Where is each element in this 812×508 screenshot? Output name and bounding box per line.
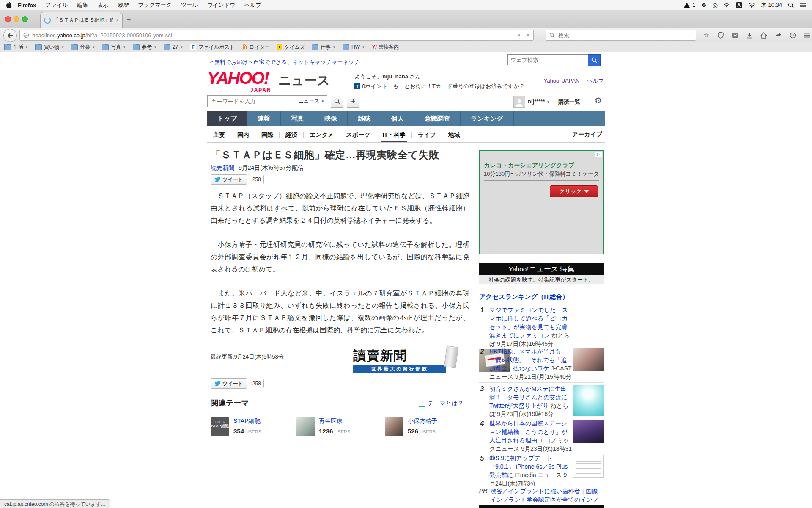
ad-banner[interactable]: ▷ カレコ・カーシェアリングクラブ 10分130円〜ガソリン代・保険料コミ！ケー… — [479, 150, 604, 254]
bookmark-folder[interactable]: 参考▼ — [133, 44, 157, 51]
theme-card-obokata[interactable]: 小保方晴子 526USERS — [385, 417, 465, 437]
tab-active[interactable]: 「ＳＴＡＰはＥＳ細胞」確... × — [40, 12, 123, 28]
bookmark-star-icon[interactable]: ☆ — [702, 31, 710, 39]
menu-hamburger-icon[interactable] — [803, 31, 811, 39]
spotlight-icon[interactable] — [788, 2, 794, 8]
bookmark-folder[interactable]: 買い物▼ — [35, 44, 64, 51]
ranking-item-3[interactable]: 3 初音ミクさんがMステに生出演！ タモリさんとの交流にTwitterが大盛り上… — [479, 384, 604, 418]
theme-name-link[interactable]: STAP細胞 — [233, 417, 261, 424]
window-zoom-button[interactable] — [22, 16, 28, 22]
bookmark-folder[interactable]: 写真▼ — [102, 44, 126, 51]
subnav-local[interactable]: 地域 — [442, 127, 466, 142]
url-dropdown-icon[interactable]: ▼ — [518, 33, 521, 37]
bookmark-folder[interactable]: 27▼ — [164, 44, 183, 50]
bookmark-folder[interactable]: 仕事▼ — [312, 44, 336, 51]
browser-search-input[interactable] — [557, 32, 692, 39]
nav-tab-video[interactable]: 映像 — [314, 111, 348, 126]
article-source-link[interactable]: 読売新聞 — [211, 164, 234, 171]
folder-icon — [343, 44, 349, 50]
promo-link[interactable]: ＜無料でお届け＞自宅でできる、ネットキャッチャーネッチ — [209, 58, 359, 66]
pocket-icon[interactable] — [731, 31, 739, 39]
bookmark-item-transit[interactable]: Y!乗換案内 — [372, 44, 399, 51]
window-minimize-button[interactable] — [14, 16, 19, 22]
dropbox-icon[interactable]: ❖ — [701, 2, 707, 8]
theme-card-regenerative[interactable]: 再生医療 1236USERS — [296, 417, 376, 437]
twitter-bird-icon — [214, 381, 221, 386]
menu-item-firefox[interactable]: Firefox — [18, 2, 36, 8]
forget-history-icon[interactable] — [788, 31, 797, 39]
downloads-icon[interactable] — [745, 31, 754, 39]
menu-clock[interactable]: 木 10:34 — [761, 1, 782, 9]
theme-name-link[interactable]: 再生医療 — [319, 417, 343, 424]
nav-tab-flash[interactable]: 速報 — [247, 111, 281, 126]
tweet-button[interactable]: ツイート — [211, 378, 247, 389]
bookmark-item-filepost[interactable]: Fファイルポスト — [190, 44, 235, 51]
subnav-world[interactable]: 国際 — [255, 127, 279, 142]
subnav-it-science[interactable]: IT・科学 — [376, 127, 411, 142]
adchoices-icon[interactable]: ▷ — [595, 152, 602, 157]
nav-tab-photo[interactable]: 写真 — [281, 111, 314, 126]
menu-item-window[interactable]: ウインドウ — [207, 1, 236, 9]
menu-item-help[interactable]: ヘルプ — [244, 1, 261, 9]
nav-tab-magazine[interactable]: 雑誌 — [348, 111, 381, 126]
input-source-icon[interactable]: A — [736, 2, 742, 8]
creative-cloud-icon[interactable]: ◎ — [713, 2, 718, 8]
search-scope-dropdown[interactable]: ニュース▼ — [295, 97, 324, 105]
status-bar: cat.jp.as.criteo.com の応答を待っています... — [0, 499, 110, 508]
feature-banner[interactable]: Yahoo!ニュース 特集 社会の課題を映す。特集記事がスタート。 — [479, 263, 604, 284]
keyword-search-input[interactable] — [210, 98, 295, 105]
browser-search-field[interactable] — [546, 30, 696, 41]
theme-help-link[interactable]: + テーマとは？ — [419, 400, 464, 407]
adobe-icon[interactable] — [684, 3, 690, 8]
menu-item-view[interactable]: 表示 — [98, 1, 109, 9]
window-close-button[interactable] — [5, 16, 11, 22]
tab-close-icon[interactable]: × — [116, 17, 119, 23]
menu-item-history[interactable]: 履歴 — [118, 1, 129, 9]
tweet-count[interactable]: 258 — [250, 379, 264, 388]
subnav-sports[interactable]: スポーツ — [340, 127, 376, 142]
article-date: 9月24日(木)5時57分配信 — [239, 164, 304, 171]
menu-item-file[interactable]: ファイル — [45, 1, 68, 9]
bookmark-item-reuters[interactable]: ロイター — [241, 44, 270, 51]
airplay-icon[interactable] — [724, 3, 730, 8]
yahoo-logo[interactable]: YAHOO! — [207, 69, 269, 88]
tweet-count[interactable]: 258 — [250, 175, 264, 184]
subnav-economy[interactable]: 経済 — [280, 127, 303, 142]
notification-center-icon[interactable] — [800, 3, 806, 8]
browser-toolbar: headlines.yahoo.co.jp/hl?a=20150923-0005… — [0, 28, 812, 43]
menu-item-bookmarks[interactable]: ブックマーク — [138, 1, 172, 9]
tweet-button[interactable]: ツイート — [211, 174, 247, 185]
subnav-entertainment[interactable]: エンタメ — [304, 127, 340, 142]
share-icon[interactable] — [774, 31, 782, 39]
nav-tab-poll[interactable]: 意識調査 — [414, 111, 461, 126]
menu-item-tools[interactable]: ツール — [181, 1, 198, 9]
ad-title-link[interactable]: カレコ・カーシェアリングクラブ — [484, 162, 574, 169]
news-logo[interactable]: ニュース — [278, 72, 330, 89]
bookmark-folder[interactable]: 生活▼ — [4, 44, 28, 51]
stop-loading-icon[interactable]: ✕ — [526, 33, 530, 38]
keyword-search-button[interactable] — [331, 95, 343, 108]
home-icon[interactable] — [760, 31, 768, 39]
theme-name-link[interactable]: 小保方晴子 — [408, 417, 437, 424]
nav-tab-personal[interactable]: 個人 — [381, 111, 414, 126]
yomiuri-logo[interactable]: 讀賣新聞 世界最大の発行部数 — [353, 347, 472, 373]
keyword-search-field[interactable]: ニュース▼ — [207, 95, 327, 107]
subnav-life[interactable]: ライフ — [412, 127, 442, 142]
back-button[interactable] — [3, 29, 17, 42]
reader-shield-icon[interactable] — [716, 31, 725, 39]
ranking-item-2[interactable]: 2 HKT指原、スマホが半月も「低速状態」 それでも「追加料金」払わないワケ J… — [479, 347, 604, 381]
subnav-domestic[interactable]: 国内 — [231, 127, 255, 142]
menu-item-edit[interactable]: 編集 — [77, 1, 88, 9]
wifi-icon[interactable] — [748, 3, 755, 8]
new-tab-button[interactable]: + — [127, 16, 131, 24]
apple-menu-icon[interactable] — [6, 2, 12, 8]
ad-click-button[interactable]: クリック — [550, 185, 598, 197]
subnav-major[interactable]: 主要 — [207, 127, 231, 142]
theme-card-stap[interactable]: TOPIC STAP細胞 STAP細胞 354USERS — [211, 417, 291, 437]
url-bar[interactable]: headlines.yahoo.co.jp/hl?a=20150923-0005… — [19, 30, 534, 41]
add-tab-search-button[interactable]: + — [347, 95, 359, 108]
nav-tab-top[interactable]: トップ — [207, 111, 247, 126]
bookmark-folder[interactable]: HW▼ — [343, 44, 365, 50]
bookmark-folder[interactable]: 音楽▼ — [71, 44, 95, 51]
bookmark-item-times[interactable]: Tタイムズ — [277, 44, 305, 51]
